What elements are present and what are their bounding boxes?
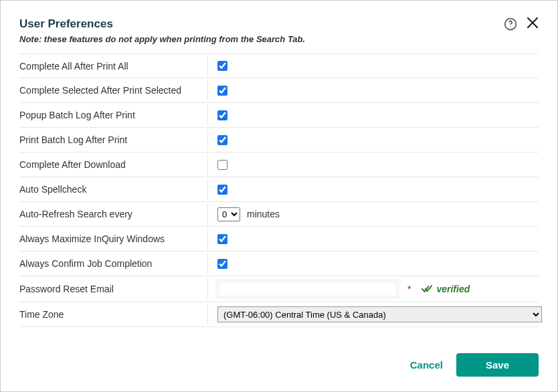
verified-text: verified: [436, 284, 470, 294]
row-complete-selected: Complete Selected After Print Selected: [19, 78, 539, 103]
label-time-zone: Time Zone: [19, 304, 208, 325]
label-complete-all: Complete All After Print All: [19, 56, 208, 77]
label-print-batch: Print Batch Log After Print: [19, 129, 208, 151]
auto-refresh-unit: minutes: [247, 209, 280, 219]
row-max-inquiry: Always Maximize InQuiry Windows: [19, 227, 539, 252]
cancel-button[interactable]: Cancel: [410, 359, 443, 371]
label-reset-email: Password Reset Email: [19, 278, 208, 300]
row-time-zone: Time Zone (GMT-06:00) Central Time (US &…: [19, 302, 539, 327]
label-popup-batch: Popup Batch Log After Print: [19, 104, 208, 126]
row-popup-batch: Popup Batch Log After Print: [19, 103, 539, 128]
select-time-zone[interactable]: (GMT-06:00) Central Time (US & Canada): [217, 306, 542, 322]
checkbox-confirm-job[interactable]: [217, 259, 227, 269]
dialog-header: User Preferences: [19, 17, 539, 31]
label-complete-selected: Complete Selected After Print Selected: [19, 80, 208, 101]
row-confirm-job: Always Confirm Job Completion: [19, 252, 539, 276]
dialog-title: User Preferences: [19, 17, 113, 31]
select-auto-refresh[interactable]: 0: [217, 207, 240, 221]
checkbox-auto-spellcheck[interactable]: [217, 185, 227, 195]
row-auto-refresh: Auto-Refresh Search every 0 minutes: [19, 202, 539, 227]
verified-badge: verified: [422, 284, 470, 294]
help-icon[interactable]: [504, 17, 517, 31]
checkbox-popup-batch[interactable]: [217, 110, 227, 120]
preferences-list: Complete All After Print All Complete Se…: [19, 54, 539, 327]
user-preferences-dialog: User Preferences Note: these features do…: [0, 0, 558, 392]
row-print-batch: Print Batch Log After Print: [19, 128, 539, 153]
row-reset-email: Password Reset Email * verified: [19, 276, 539, 302]
label-complete-download: Complete After Download: [19, 154, 208, 175]
close-icon[interactable]: [527, 17, 539, 31]
label-auto-spellcheck: Auto Spellcheck: [19, 179, 208, 200]
dialog-footer: Cancel Save: [410, 353, 539, 377]
checkbox-complete-download[interactable]: [217, 160, 227, 170]
header-icons: [504, 17, 539, 31]
input-reset-email[interactable]: [217, 280, 398, 298]
row-complete-download: Complete After Download: [19, 153, 539, 177]
checkbox-complete-all[interactable]: [217, 61, 227, 71]
checkbox-complete-selected[interactable]: [217, 86, 227, 96]
row-auto-spellcheck: Auto Spellcheck: [19, 177, 539, 202]
checkbox-max-inquiry[interactable]: [217, 234, 227, 244]
svg-point-1: [510, 27, 510, 27]
checkbox-print-batch[interactable]: [217, 135, 227, 145]
save-button[interactable]: Save: [456, 353, 539, 377]
label-max-inquiry: Always Maximize InQuiry Windows: [19, 228, 208, 250]
dialog-note: Note: these features do not apply when p…: [19, 34, 539, 44]
required-star: *: [407, 284, 411, 294]
check-icon: [422, 284, 432, 294]
label-auto-refresh: Auto-Refresh Search every: [19, 203, 208, 225]
row-complete-all: Complete All After Print All: [19, 54, 539, 78]
label-confirm-job: Always Confirm Job Completion: [19, 253, 208, 274]
